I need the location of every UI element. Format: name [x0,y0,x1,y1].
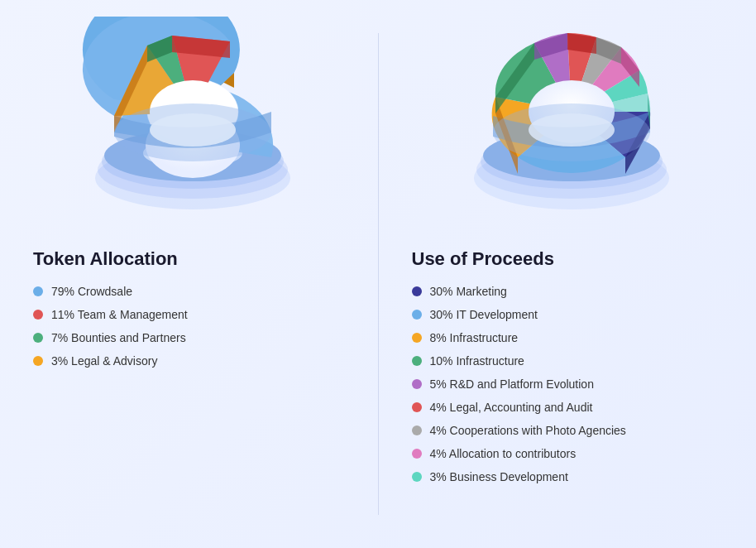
svg-point-10 [150,113,236,147]
legend-dot [33,333,43,343]
legend-label: 8% Infrastructure [430,331,519,344]
legend-label: 4% Legal, Accounting and Audit [430,401,593,414]
token-allocation-legend-items: 79% Crowdsale 11% Team & Management 7% B… [33,285,345,368]
legend-item: 3% Legal & Advisory [33,354,345,368]
legend-item: 79% Crowdsale [33,285,345,298]
legend-label: 4% Allocation to contributors [430,447,577,460]
legend-item: 11% Team & Management [33,308,345,321]
legend-label: 11% Team & Management [51,308,188,321]
legend-dot [412,286,422,296]
legend-item: 5% R&D and Platform Evolution [412,377,724,391]
token-allocation-chart [65,17,313,232]
use-of-proceeds-title: Use of Proceeds [412,248,724,270]
right-panel: Use of Proceeds 30% Marketing 30% IT Dev… [379,17,757,531]
legend-dot [33,310,43,320]
legend-item: 4% Legal, Accounting and Audit [412,401,724,414]
left-panel: Token Allocation 79% Crowdsale 11% Team … [0,17,378,531]
legend-label: 79% Crowdsale [51,285,132,298]
legend-dot [412,449,422,459]
legend-label: 30% Marketing [430,285,507,298]
legend-label: 30% IT Development [430,308,538,321]
legend-item: 30% IT Development [412,308,724,321]
legend-item: 30% Marketing [412,285,724,298]
legend-item: 10% Infrastructure [412,354,724,368]
legend-item: 4% Allocation to contributors [412,447,724,460]
legend-item: 7% Bounties and Partners [33,331,345,344]
use-of-proceeds-legend-items: 30% Marketing 30% IT Development 8% Infr… [412,285,724,483]
legend-label: 4% Cooperations with Photo Agencies [430,424,626,437]
legend-dot [33,356,43,366]
legend-label: 3% Business Development [430,470,568,483]
use-of-proceeds-legend: Use of Proceeds 30% Marketing 30% IT Dev… [379,232,757,510]
main-container: Token Allocation 79% Crowdsale 11% Team … [0,0,756,548]
legend-item: 8% Infrastructure [412,331,724,344]
legend-label: 7% Bounties and Partners [51,331,186,344]
legend-item: 3% Business Development [412,470,724,483]
token-allocation-legend: Token Allocation 79% Crowdsale 11% Team … [0,232,378,394]
legend-item: 4% Cooperations with Photo Agencies [412,424,724,437]
legend-dot [412,310,422,320]
legend-dot [412,425,422,435]
svg-point-18 [529,113,615,147]
legend-label: 3% Legal & Advisory [51,354,157,368]
legend-label: 5% R&D and Platform Evolution [430,377,594,391]
legend-label: 10% Infrastructure [430,354,524,368]
legend-dot [412,356,422,366]
legend-dot [412,472,422,482]
legend-dot [412,333,422,343]
legend-dot [412,379,422,389]
legend-dot [33,286,43,296]
legend-dot [412,402,422,412]
token-allocation-title: Token Allocation [33,248,345,270]
use-of-proceeds-chart [443,17,691,232]
